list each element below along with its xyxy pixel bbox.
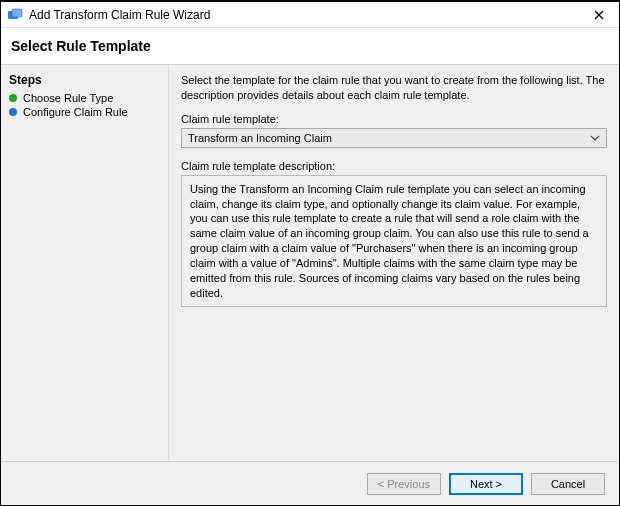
wizard-body: Steps Choose Rule Type Configure Claim R… [1,65,619,461]
main-panel: Select the template for the claim rule t… [169,65,619,461]
intro-text: Select the template for the claim rule t… [181,73,607,103]
app-icon [7,7,23,23]
description-label: Claim rule template description: [181,160,607,172]
bullet-icon [9,94,17,102]
step-choose-rule-type[interactable]: Choose Rule Type [7,91,162,105]
page-title: Select Rule Template [11,38,609,54]
previous-button: < Previous [367,473,441,495]
step-label: Choose Rule Type [23,92,113,104]
cancel-button[interactable]: Cancel [531,473,605,495]
template-selected-value: Transform an Incoming Claim [188,132,332,144]
bullet-icon [9,108,17,116]
titlebar: Add Transform Claim Rule Wizard [1,2,619,28]
step-configure-claim-rule[interactable]: Configure Claim Rule [7,105,162,119]
step-label: Configure Claim Rule [23,106,128,118]
template-description: Using the Transform an Incoming Claim ru… [181,175,607,308]
wizard-header: Select Rule Template [1,28,619,65]
window-title: Add Transform Claim Rule Wizard [29,8,583,22]
close-button[interactable] [583,2,615,27]
wizard-footer: < Previous Next > Cancel [1,461,619,505]
close-icon [594,10,604,20]
steps-sidebar: Steps Choose Rule Type Configure Claim R… [1,65,169,461]
template-label: Claim rule template: [181,113,607,125]
next-button[interactable]: Next > [449,473,523,495]
steps-title: Steps [9,73,160,87]
chevron-down-icon [588,131,602,145]
svg-rect-1 [12,9,22,17]
claim-rule-template-select[interactable]: Transform an Incoming Claim [181,128,607,148]
